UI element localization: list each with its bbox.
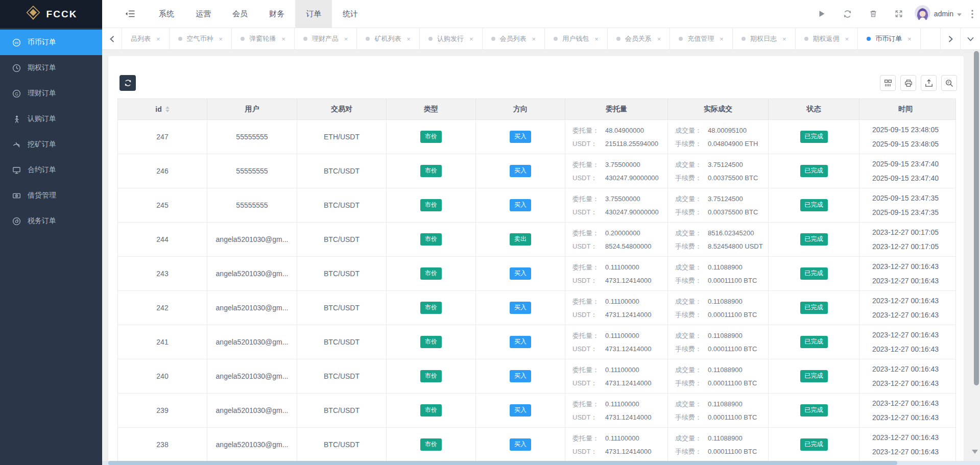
banknote-icon bbox=[12, 191, 21, 200]
status-badge: 已完成 bbox=[800, 404, 828, 417]
sidebar-item[interactable]: 挖矿订单 bbox=[0, 132, 102, 157]
tab-close-icon[interactable]: × bbox=[720, 36, 724, 42]
menu-collapse-icon[interactable] bbox=[121, 0, 139, 28]
cell-id: 245 bbox=[118, 188, 207, 222]
table-row: 239 angela5201030@gm... BTC/USDT 市价 买入 委… bbox=[118, 394, 955, 428]
direction-badge: 卖出 bbox=[510, 233, 531, 246]
cell-type: 市价 bbox=[387, 359, 476, 393]
table-row: 243 angela5201030@gm... BTC/USDT 市价 买入 委… bbox=[118, 257, 955, 291]
tab-close-icon[interactable]: × bbox=[219, 36, 223, 42]
tab-label: 期权返佣 bbox=[813, 34, 840, 43]
top-nav-item[interactable]: 运营 bbox=[185, 0, 222, 28]
sidebar-item-label: 税务订单 bbox=[28, 216, 56, 226]
cell-type: 市价 bbox=[387, 188, 476, 222]
tab-scroll-left-icon[interactable] bbox=[102, 28, 122, 50]
sidebar-item[interactable]: 税务订单 bbox=[0, 208, 102, 234]
tab-close-icon[interactable]: × bbox=[594, 36, 599, 42]
user-menu[interactable]: admin bbox=[912, 0, 967, 28]
more-vertical-icon[interactable] bbox=[967, 0, 978, 28]
top-nav-item[interactable]: 财务 bbox=[258, 0, 295, 28]
top-nav-item[interactable]: 统计 bbox=[332, 0, 369, 28]
print-button[interactable] bbox=[900, 75, 916, 91]
tab-scroll-right-icon[interactable] bbox=[940, 28, 960, 50]
trash-icon[interactable] bbox=[861, 0, 886, 28]
tab-close-icon[interactable]: × bbox=[469, 36, 473, 42]
top-nav: 系统运营会员财务订单统计 bbox=[148, 0, 369, 28]
sidebar-item[interactable]: 合约订单 bbox=[0, 157, 102, 183]
sort-icon[interactable] bbox=[165, 106, 170, 112]
tab-close-icon[interactable]: × bbox=[156, 36, 160, 42]
sidebar-item[interactable]: 认购订单 bbox=[0, 106, 102, 132]
tab-item[interactable]: 空气币种 × bbox=[170, 28, 232, 50]
tab-item[interactable]: 矿机列表 × bbox=[357, 28, 420, 50]
tab-item[interactable]: 币币订单 × bbox=[858, 28, 921, 50]
table-column-header: 用户 bbox=[207, 99, 297, 119]
cell-type: 市价 bbox=[387, 120, 476, 154]
monitor-icon bbox=[12, 165, 21, 175]
tab-item[interactable]: 会员列表 × bbox=[483, 28, 545, 50]
cell-entrust: 委托量：0.11100000 USDT：4731.12414000 bbox=[565, 394, 668, 427]
cell-deal: 成交量：0.11088900 手续费：0.00011100 BTC bbox=[668, 394, 769, 427]
table-row: 246 55555555 BTC/USDT 市价 买入 委托量：3.755000… bbox=[118, 154, 955, 188]
status-badge: 已完成 bbox=[800, 336, 828, 348]
tab-close-icon[interactable]: × bbox=[344, 36, 348, 42]
tab-close-icon[interactable]: × bbox=[532, 36, 536, 42]
scroll-down-arrow-icon[interactable] bbox=[972, 450, 978, 454]
cell-id: 239 bbox=[118, 394, 207, 427]
top-nav-item[interactable]: 订单 bbox=[295, 0, 332, 28]
tab-status-dot bbox=[742, 37, 746, 41]
clock-icon bbox=[12, 63, 21, 72]
cell-time: 2023-12-27 00:16:43 2023-12-27 00:16:43 bbox=[859, 359, 951, 393]
cell-deal: 成交量：0.11088900 手续费：0.00011100 BTC bbox=[668, 291, 769, 325]
cell-status: 已完成 bbox=[769, 325, 859, 359]
tab-item[interactable]: 期权日志 × bbox=[733, 28, 796, 50]
sidebar-item[interactable]: 期权订单 bbox=[0, 55, 102, 81]
top-nav-item[interactable]: 会员 bbox=[222, 0, 258, 28]
fullscreen-icon[interactable] bbox=[886, 0, 912, 28]
tab-close-icon[interactable]: × bbox=[281, 36, 285, 42]
refresh-icon[interactable] bbox=[835, 0, 861, 28]
table-column-header: id bbox=[118, 99, 207, 119]
tab-close-icon[interactable]: × bbox=[657, 36, 661, 42]
tab-item[interactable]: 理财产品 × bbox=[295, 28, 357, 50]
cell-entrust: 委托量：0.11100000 USDT：4731.12414000 bbox=[565, 359, 668, 393]
cell-time: 2025-09-15 23:48:05 2025-09-15 23:48:05 bbox=[859, 120, 951, 154]
play-icon[interactable] bbox=[809, 0, 835, 28]
horizontal-scrollbar-thumb[interactable] bbox=[108, 461, 897, 465]
table-refresh-button[interactable] bbox=[119, 75, 136, 91]
brand-logo[interactable]: FCCK bbox=[0, 0, 102, 28]
cell-deal: 成交量：8516.02345200 手续费：8.52454800 USDT bbox=[668, 223, 769, 256]
cell-user: 55555555 bbox=[207, 154, 297, 188]
tab-close-icon[interactable]: × bbox=[782, 36, 786, 42]
tab-item[interactable]: 期权返佣 × bbox=[796, 28, 858, 50]
table-row: 241 angela5201030@gm... BTC/USDT 市价 买入 委… bbox=[118, 325, 955, 359]
vertical-scrollbar[interactable] bbox=[974, 51, 979, 385]
top-nav-item[interactable]: 系统 bbox=[148, 0, 185, 28]
status-badge: 已完成 bbox=[800, 438, 828, 451]
tab-close-icon[interactable]: × bbox=[845, 36, 849, 42]
columns-display-button[interactable] bbox=[880, 75, 896, 91]
export-button[interactable] bbox=[921, 75, 937, 91]
tab-item[interactable]: 弹窗轮播 × bbox=[232, 28, 295, 50]
cell-status: 已完成 bbox=[769, 120, 859, 154]
tab-item[interactable]: 品列表 × bbox=[122, 28, 170, 50]
sidebar-item[interactable]: 借贷管理 bbox=[0, 183, 102, 208]
type-badge: 市价 bbox=[420, 131, 442, 143]
tab-item[interactable]: 认购发行 × bbox=[420, 28, 483, 50]
horizontal-scrollbar[interactable] bbox=[102, 461, 980, 465]
search-button[interactable] bbox=[941, 75, 957, 91]
cell-direction: 买入 bbox=[476, 120, 565, 154]
tab-menu-dropdown-icon[interactable] bbox=[960, 28, 980, 50]
tab-item[interactable]: 会员关系 × bbox=[608, 28, 671, 50]
sidebar-item[interactable]: cc 币币订单 bbox=[0, 30, 102, 55]
tab-item[interactable]: 充值管理 × bbox=[670, 28, 733, 50]
cell-user: angela5201030@gm... bbox=[207, 428, 297, 461]
cell-id: 240 bbox=[118, 359, 207, 393]
tab-close-icon[interactable]: × bbox=[407, 36, 411, 42]
type-badge: 市价 bbox=[420, 199, 442, 211]
status-badge: 已完成 bbox=[800, 302, 828, 314]
tab-item[interactable]: 用户钱包 × bbox=[545, 28, 608, 50]
tab-close-icon[interactable]: × bbox=[907, 36, 912, 42]
user-name: admin bbox=[934, 10, 953, 18]
sidebar-item[interactable]: G 理财订单 bbox=[0, 81, 102, 106]
